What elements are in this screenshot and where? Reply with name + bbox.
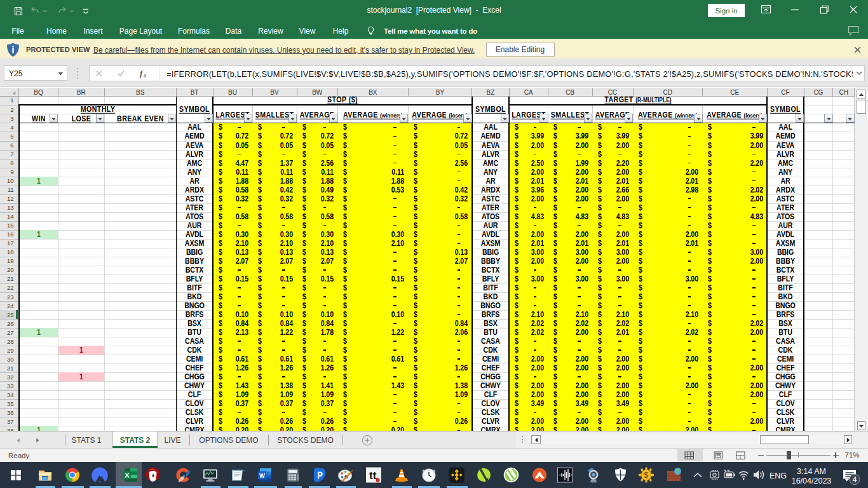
svg-text:3:14 AM: 3:14 AM	[797, 467, 826, 476]
svg-text:$: $	[644, 471, 648, 480]
svg-text:16/04/2023: 16/04/2023	[792, 477, 832, 485]
svg-text:ENG: ENG	[770, 471, 787, 480]
svg-text:x: x	[143, 72, 147, 79]
svg-text:4: 4	[853, 475, 857, 484]
